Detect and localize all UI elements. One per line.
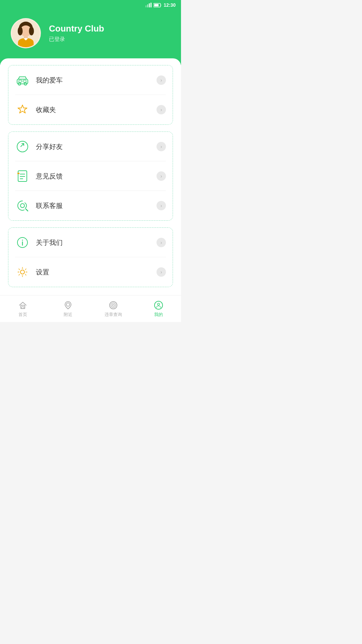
chevron-icon: › xyxy=(157,142,166,151)
svg-rect-15 xyxy=(19,80,22,82)
svg-rect-5 xyxy=(154,4,159,6)
nav-mine-label: 我的 xyxy=(154,312,163,318)
signal-icon xyxy=(145,3,152,7)
profile-info: Country Club 已登录 xyxy=(49,23,104,43)
menu-item-feedback[interactable]: 意见反馈 › xyxy=(8,161,173,191)
chevron-icon: › xyxy=(157,201,166,210)
content-area: 我的爱车 › 收藏夹 › 分享好友 › xyxy=(0,58,181,302)
avatar xyxy=(11,18,41,48)
menu-group-2: 分享好友 › 意见反馈 › xyxy=(8,131,173,221)
nav-home-label: 首页 xyxy=(18,312,27,318)
favorites-label: 收藏夹 xyxy=(36,105,157,114)
menu-item-favorites[interactable]: 收藏夹 › xyxy=(8,95,173,124)
my-car-label: 我的爱车 xyxy=(36,76,157,85)
settings-label: 设置 xyxy=(36,268,157,277)
svg-point-27 xyxy=(20,270,24,274)
svg-rect-1 xyxy=(147,4,148,7)
nearby-icon xyxy=(63,300,73,310)
status-time: 12:30 xyxy=(164,2,176,8)
menu-item-settings[interactable]: 设置 › xyxy=(8,257,173,287)
violations-icon xyxy=(108,300,118,310)
menu-item-about[interactable]: 关于我们 › xyxy=(8,228,173,257)
battery-icon xyxy=(154,3,162,7)
profile-name: Country Club xyxy=(49,23,104,34)
info-icon xyxy=(15,235,30,250)
chevron-icon: › xyxy=(157,171,166,181)
svg-point-9 xyxy=(18,26,23,35)
menu-group-1: 我的爱车 › 收藏夹 › xyxy=(8,65,173,125)
nav-item-nearby[interactable]: 附近 xyxy=(45,300,90,318)
svg-rect-28 xyxy=(21,305,25,309)
chevron-icon: › xyxy=(157,105,166,114)
settings-icon xyxy=(15,265,30,279)
nav-nearby-label: 附近 xyxy=(64,312,72,318)
nav-item-home[interactable]: 首页 xyxy=(0,300,45,318)
share-label: 分享好友 xyxy=(36,142,157,151)
car-icon xyxy=(15,73,30,88)
home-icon xyxy=(18,300,28,310)
feedback-label: 意见反馈 xyxy=(36,172,157,181)
support-icon xyxy=(15,198,30,213)
mine-icon xyxy=(154,300,164,310)
svg-point-17 xyxy=(17,141,28,152)
contact-label: 联系客服 xyxy=(36,201,157,210)
profile-header: Country Club 已登录 xyxy=(0,10,181,65)
svg-rect-0 xyxy=(145,5,146,7)
nav-item-violations[interactable]: 违章查询 xyxy=(90,300,136,318)
profile-status: 已登录 xyxy=(49,36,104,43)
about-label: 关于我们 xyxy=(36,238,157,247)
menu-group-3: 关于我们 › 设置 › xyxy=(8,227,173,287)
svg-point-26 xyxy=(22,240,23,241)
nav-violations-label: 违章查询 xyxy=(105,312,122,318)
menu-item-share[interactable]: 分享好友 › xyxy=(8,132,173,161)
star-icon xyxy=(15,102,30,117)
chevron-icon: › xyxy=(157,75,166,85)
chevron-icon: › xyxy=(157,267,166,277)
avatar-image xyxy=(12,18,40,48)
svg-point-23 xyxy=(20,204,24,208)
status-bar: 12:30 xyxy=(0,0,181,10)
share-icon xyxy=(15,139,30,154)
bottom-nav: 首页 附近 违章查询 我的 xyxy=(0,295,181,322)
svg-point-35 xyxy=(158,303,160,305)
svg-point-33 xyxy=(112,304,114,306)
chevron-icon: › xyxy=(157,238,166,247)
svg-point-10 xyxy=(29,26,34,35)
svg-rect-3 xyxy=(150,3,152,7)
svg-point-30 xyxy=(66,303,70,306)
nav-item-mine[interactable]: 我的 xyxy=(136,300,181,318)
svg-rect-22 xyxy=(17,173,19,174)
svg-rect-2 xyxy=(149,3,150,7)
menu-item-contact[interactable]: 联系客服 › xyxy=(8,191,173,220)
svg-point-32 xyxy=(111,303,116,308)
svg-rect-16 xyxy=(23,80,26,82)
feedback-icon xyxy=(15,169,30,183)
menu-item-my-car[interactable]: 我的爱车 › xyxy=(8,65,173,95)
